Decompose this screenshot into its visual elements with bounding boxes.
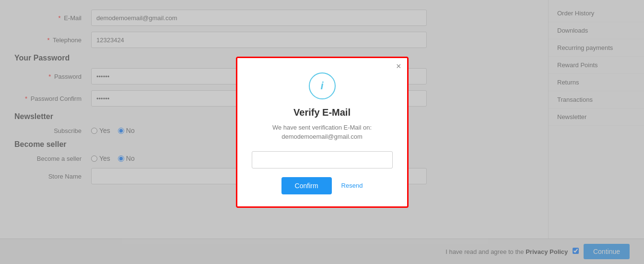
modal-subtitle: We have sent verification E-Mail on: dem… bbox=[272, 123, 372, 142]
modal-actions: Confirm Resend bbox=[252, 177, 393, 194]
modal-overlay: × i Verify E-Mail We have sent verificat… bbox=[0, 0, 644, 264]
modal-subtitle-line2: demodemoemail@gmail.com bbox=[281, 133, 363, 140]
resend-link[interactable]: Resend bbox=[341, 182, 363, 189]
confirm-button[interactable]: Confirm bbox=[281, 177, 332, 194]
info-icon-circle: i bbox=[309, 72, 336, 99]
verify-email-modal: × i Verify E-Mail We have sent verificat… bbox=[236, 57, 409, 208]
modal-title: Verify E-Mail bbox=[293, 107, 351, 118]
verification-code-input[interactable] bbox=[252, 151, 393, 168]
modal-subtitle-line1: We have sent verification E-Mail on: bbox=[272, 124, 372, 131]
info-icon: i bbox=[320, 80, 323, 92]
modal-close-button[interactable]: × bbox=[396, 62, 401, 71]
